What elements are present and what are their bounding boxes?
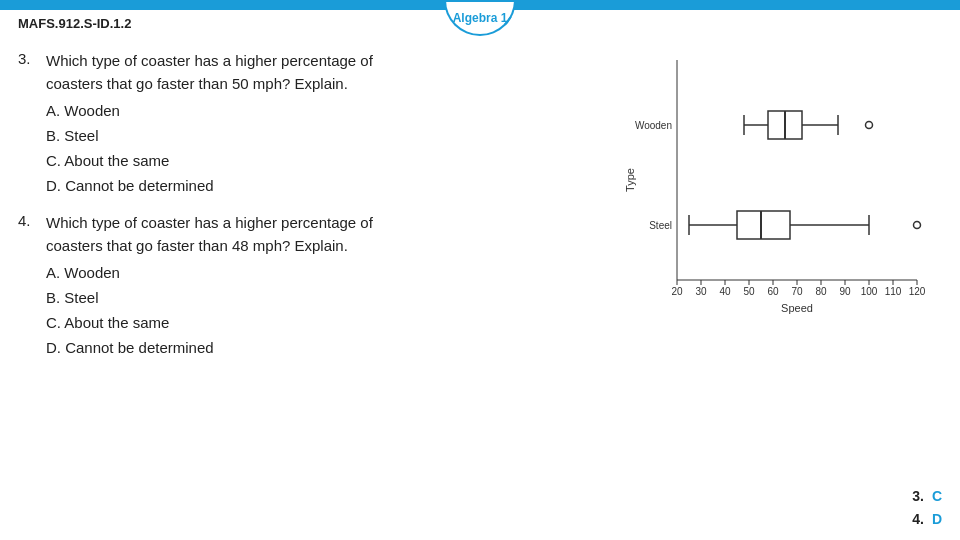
q3-answer-d: D. Cannot be determined [46, 174, 373, 198]
svg-point-41 [914, 222, 921, 229]
questions-panel: 3. Which type of coaster has a higher pe… [18, 50, 622, 530]
svg-text:Wooden: Wooden [635, 120, 672, 131]
box-plot-chart: 20 30 40 50 60 70 80 90 100 [622, 50, 932, 340]
badge-label: Algebra 1 [453, 11, 508, 25]
svg-rect-35 [737, 211, 790, 239]
svg-text:30: 30 [695, 286, 707, 297]
svg-text:40: 40 [719, 286, 731, 297]
question-3-block: 3. Which type of coaster has a higher pe… [18, 50, 622, 198]
q3-answer-c: C. About the same [46, 149, 373, 173]
ak-val-4: D [932, 508, 942, 530]
q4-line2: coasters that go faster than 48 mph? Exp… [46, 235, 373, 258]
answer-key-row-4: 4. D [912, 508, 942, 530]
svg-text:120: 120 [909, 286, 926, 297]
svg-text:Type: Type [624, 168, 636, 192]
q4-answer-a: A. Wooden [46, 261, 373, 285]
svg-text:Steel: Steel [649, 220, 672, 231]
q3-answer-a: A. Wooden [46, 99, 373, 123]
main-content: 3. Which type of coaster has a higher pe… [18, 50, 942, 530]
svg-text:50: 50 [743, 286, 755, 297]
badge-container: Algebra 1 [444, 0, 516, 36]
q3-line2: coasters that go faster than 50 mph? Exp… [46, 73, 373, 96]
q4-answer-d: D. Cannot be determined [46, 336, 373, 360]
question-4-block: 4. Which type of coaster has a higher pe… [18, 212, 622, 360]
svg-text:60: 60 [767, 286, 779, 297]
standard-label: MAFS.912.S-ID.1.2 [18, 16, 131, 31]
algebra-badge: Algebra 1 [444, 0, 516, 36]
q3-answers: A. Wooden B. Steel C. About the same D. … [46, 99, 373, 198]
svg-text:100: 100 [861, 286, 878, 297]
q4-line1: Which type of coaster has a higher perce… [46, 212, 373, 235]
q3-answer-b: B. Steel [46, 124, 373, 148]
svg-point-34 [866, 122, 873, 129]
q3-number: 3. [18, 50, 38, 67]
answer-key: 3. C 4. D [912, 485, 942, 530]
svg-text:Speed: Speed [781, 302, 813, 314]
chart-area: 20 30 40 50 60 70 80 90 100 [622, 50, 942, 530]
answer-key-row-3: 3. C [912, 485, 942, 507]
q4-number: 4. [18, 212, 38, 229]
svg-text:90: 90 [839, 286, 851, 297]
q4-text: Which type of coaster has a higher perce… [46, 212, 373, 360]
q4-answer-b: B. Steel [46, 286, 373, 310]
svg-text:110: 110 [885, 286, 902, 297]
svg-text:80: 80 [815, 286, 827, 297]
ak-num-3: 3. [912, 485, 924, 507]
q4-answer-c: C. About the same [46, 311, 373, 335]
ak-num-4: 4. [912, 508, 924, 530]
svg-text:20: 20 [671, 286, 683, 297]
q3-line1: Which type of coaster has a higher perce… [46, 50, 373, 73]
ak-val-3: C [932, 485, 942, 507]
q3-text: Which type of coaster has a higher perce… [46, 50, 373, 198]
q4-answers: A. Wooden B. Steel C. About the same D. … [46, 261, 373, 360]
svg-text:70: 70 [791, 286, 803, 297]
